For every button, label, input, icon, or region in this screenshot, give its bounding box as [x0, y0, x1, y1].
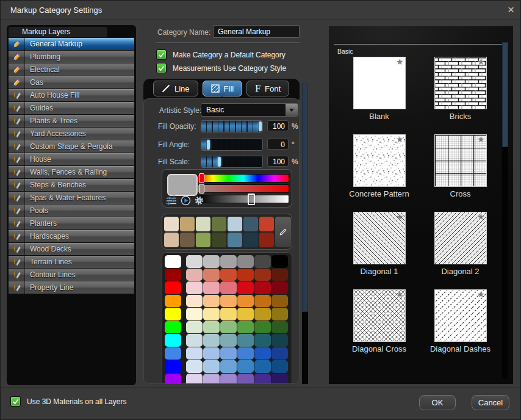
palette-color[interactable] — [220, 308, 237, 320]
palette-color[interactable] — [203, 308, 220, 320]
palette-color[interactable] — [186, 269, 203, 281]
palette-color[interactable] — [220, 334, 237, 347]
fill-scale-thumb[interactable] — [218, 157, 221, 167]
theme-color[interactable] — [180, 217, 195, 231]
palette-color[interactable] — [203, 347, 220, 360]
palette-color[interactable] — [186, 347, 203, 360]
pattern-swatch-blank[interactable]: ★ — [353, 57, 406, 109]
palette-color[interactable] — [271, 269, 288, 281]
palette-color[interactable] — [254, 255, 271, 268]
palette-color[interactable] — [203, 360, 220, 373]
sidebar-item[interactable]: Yard Accessories — [9, 128, 134, 140]
pattern-swatch-diag1[interactable]: ★ — [353, 212, 406, 264]
palette-color[interactable] — [271, 255, 288, 268]
pattern-card[interactable]: ★Diagonal Cross — [349, 289, 410, 353]
favorite-star-icon[interactable]: ★ — [477, 212, 485, 222]
sidebar-item[interactable]: Plants & Trees — [9, 115, 134, 127]
palette-color[interactable] — [254, 269, 271, 281]
pattern-swatch-cross[interactable]: ★ — [434, 134, 487, 187]
pattern-card[interactable]: ★Diagonal 1 — [349, 212, 410, 276]
palette-color[interactable] — [186, 255, 203, 268]
sidebar-item[interactable]: Planters — [9, 217, 134, 230]
palette-color[interactable] — [165, 334, 181, 347]
palette-color[interactable] — [186, 295, 203, 308]
theme-color[interactable] — [164, 217, 179, 231]
palette-color[interactable] — [165, 347, 181, 360]
ok-button[interactable]: OK — [419, 395, 456, 410]
palette-color[interactable] — [186, 334, 203, 347]
favorite-star-icon[interactable]: ★ — [396, 134, 404, 144]
favorite-star-icon[interactable]: ★ — [477, 289, 485, 299]
palette-color[interactable] — [220, 269, 237, 281]
pattern-swatch-diagdashes[interactable]: ★ — [434, 289, 487, 342]
pattern-card[interactable]: ★Blank — [349, 57, 410, 121]
sidebar-item[interactable]: Steps & Benches — [9, 179, 134, 191]
palette-color[interactable] — [186, 308, 203, 320]
palette-color[interactable] — [271, 374, 288, 385]
palette-color[interactable] — [165, 255, 181, 268]
fill-opacity-thumb[interactable] — [259, 121, 262, 131]
palette-color[interactable] — [203, 269, 220, 281]
palette-color[interactable] — [271, 334, 288, 347]
palette-color[interactable] — [203, 321, 220, 334]
default-category-checkbox[interactable] — [156, 49, 167, 60]
sidebar-item[interactable]: House — [9, 153, 134, 165]
palette-color[interactable] — [254, 374, 271, 385]
pattern-swatch-concrete[interactable]: ★ — [353, 134, 406, 187]
palette-color[interactable] — [254, 281, 271, 294]
theme-color[interactable] — [259, 217, 274, 231]
edit-theme-colors-button[interactable] — [275, 217, 291, 247]
sidebar-item[interactable]: Auto House Fill — [9, 89, 134, 101]
favorite-star-icon[interactable]: ★ — [396, 212, 404, 222]
theme-color[interactable] — [228, 217, 242, 231]
palette-color[interactable] — [165, 295, 181, 308]
play-icon[interactable] — [181, 195, 191, 206]
pattern-card[interactable]: ★Bricks — [430, 57, 491, 121]
palette-color[interactable] — [203, 374, 220, 385]
favorite-star-icon[interactable]: ★ — [477, 134, 485, 144]
pattern-swatch-bricks[interactable]: ★ — [434, 57, 487, 109]
palette-color[interactable] — [165, 374, 181, 385]
theme-color[interactable] — [196, 217, 210, 231]
pattern-card[interactable]: ★Concrete Pattern — [349, 134, 410, 198]
theme-color[interactable] — [259, 233, 274, 247]
palette-color[interactable] — [254, 308, 271, 320]
tab-fill[interactable]: Fill — [203, 81, 243, 96]
favorite-star-icon[interactable]: ★ — [396, 57, 404, 67]
palette-color[interactable] — [220, 360, 237, 373]
palette-color[interactable] — [203, 295, 220, 308]
palette-color[interactable] — [237, 374, 254, 385]
palette-color[interactable] — [165, 308, 181, 320]
palette-color[interactable] — [186, 281, 203, 294]
palette-color[interactable] — [237, 360, 254, 373]
hue-marker[interactable] — [199, 173, 204, 183]
sliders-icon[interactable] — [166, 196, 178, 206]
pattern-card[interactable]: ★Diagonal 2 — [430, 212, 491, 276]
brightness-marker[interactable] — [248, 194, 255, 205]
close-icon[interactable]: × — [508, 2, 514, 17]
fill-angle-slider[interactable] — [201, 139, 263, 151]
fill-opacity-slider[interactable] — [201, 120, 263, 132]
sidebar-item[interactable]: Guides — [9, 102, 134, 114]
palette-color[interactable] — [237, 334, 254, 347]
palette-color[interactable] — [254, 347, 271, 360]
pattern-swatch-diagcross[interactable]: ★ — [353, 289, 406, 342]
palette-color[interactable] — [186, 321, 203, 334]
palette-color[interactable] — [271, 347, 288, 360]
palette-color[interactable] — [254, 321, 271, 334]
use-3d-materials-checkbox[interactable] — [10, 396, 21, 407]
palette-color[interactable] — [237, 269, 254, 281]
fill-scale-slider[interactable] — [201, 156, 263, 168]
tab-font[interactable]: F Font — [246, 81, 289, 96]
palette-color[interactable] — [165, 281, 181, 294]
sidebar-item[interactable]: General Markup — [9, 38, 134, 50]
sidebar-item[interactable]: Plumbing — [9, 51, 134, 63]
current-color-swatch[interactable] — [167, 174, 198, 196]
sidebar-item[interactable]: Property Line — [9, 281, 134, 294]
theme-color[interactable] — [212, 233, 226, 247]
sidebar-item[interactable]: Walls, Fences & Railing — [9, 166, 134, 178]
pattern-card[interactable]: ★Diagonal Dashes — [430, 289, 491, 353]
palette-color[interactable] — [271, 295, 288, 308]
artistic-style-dropdown[interactable]: Basic — [201, 103, 298, 117]
fill-angle-value[interactable]: 0 — [267, 139, 289, 150]
